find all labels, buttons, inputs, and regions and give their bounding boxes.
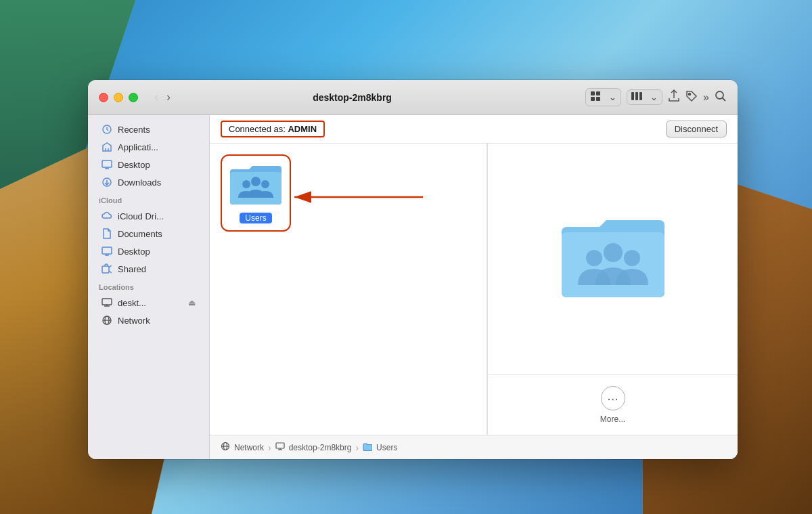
svg-rect-18	[102, 247, 112, 254]
connected-bar: Connected as: ADMIN Disconnect	[210, 115, 738, 144]
separator-1: ›	[268, 442, 271, 453]
minimize-button[interactable]	[114, 93, 123, 102]
sidebar-item-shared[interactable]: Shared	[91, 260, 206, 278]
column-view-button[interactable]	[627, 90, 646, 104]
sidebar-item-desktop[interactable]: Desktop	[91, 156, 206, 173]
svg-rect-21	[102, 266, 109, 273]
desktop-drive-label: deskt...	[118, 298, 146, 308]
svg-point-8	[716, 91, 723, 99]
svg-rect-13	[102, 160, 112, 167]
documents-icon	[102, 228, 112, 239]
folder-status-label: Users	[376, 443, 397, 452]
list-view-button[interactable]: ⌄	[605, 90, 621, 104]
applications-label: Applicati...	[118, 142, 158, 152]
left-file-pane: Users	[210, 144, 487, 435]
svg-point-31	[251, 177, 261, 186]
users-folder-item[interactable]: Users	[223, 157, 288, 229]
sidebar-item-icloud-desktop[interactable]: Desktop	[91, 242, 206, 260]
main-content: Recents Applicati...	[88, 115, 738, 459]
shared-icon	[102, 263, 112, 274]
view-toggle: ⌄	[585, 88, 621, 106]
arrow-annotation	[291, 188, 426, 207]
large-users-folder-icon	[559, 212, 667, 307]
column-dropdown-button[interactable]: ⌄	[646, 90, 662, 104]
svg-point-37	[624, 250, 640, 266]
connected-label: Connected as:	[229, 124, 288, 134]
close-button[interactable]	[99, 93, 108, 102]
recents-icon	[102, 124, 112, 135]
svg-rect-2	[591, 97, 595, 101]
network-icon	[102, 315, 112, 326]
computer-status-label: desktop-2m8kbrg	[289, 443, 352, 452]
desktop-icon	[102, 159, 112, 170]
icloud-drive-icon	[102, 211, 112, 221]
icloud-desktop-label: Desktop	[118, 247, 150, 257]
grid-view-button[interactable]	[586, 89, 605, 106]
more-circle-button[interactable]: ···	[601, 386, 625, 410]
svg-rect-4	[631, 92, 634, 100]
icloud-drive-label: iCloud Dri...	[118, 211, 164, 221]
svg-line-9	[723, 98, 726, 101]
file-area: Connected as: ADMIN Disconnect	[210, 115, 738, 459]
svg-point-36	[604, 243, 623, 262]
svg-point-32	[261, 180, 269, 188]
desktop-drive-icon	[102, 297, 112, 308]
svg-rect-3	[596, 97, 600, 101]
sidebar-item-applications[interactable]: Applicati...	[91, 138, 206, 156]
downloads-label: Downloads	[118, 177, 161, 188]
more-toolbar-button[interactable]: »	[703, 91, 709, 104]
more-label: More...	[600, 414, 625, 424]
svg-rect-5	[635, 92, 638, 100]
finder-window: ‹ › desktop-2m8kbrg ⌄	[88, 80, 738, 459]
svg-rect-6	[639, 92, 642, 100]
applications-icon	[102, 142, 112, 152]
disconnect-button[interactable]: Disconnect	[666, 121, 727, 137]
documents-label: Documents	[118, 229, 162, 239]
recents-label: Recents	[118, 125, 150, 135]
desktop-label: Desktop	[118, 160, 150, 170]
locations-section-label: Locations	[88, 278, 209, 294]
sidebar-item-network[interactable]: Network	[91, 312, 206, 329]
sidebar-item-documents[interactable]: Documents	[91, 225, 206, 242]
svg-rect-24	[102, 299, 112, 305]
computer-status-icon	[275, 442, 285, 453]
large-folder-area	[488, 144, 738, 375]
svg-rect-0	[591, 91, 595, 95]
network-status-icon	[221, 442, 230, 453]
separator-2: ›	[355, 442, 359, 453]
svg-point-7	[689, 93, 691, 95]
users-folder-icon	[229, 163, 283, 209]
folder-status-icon	[363, 442, 372, 453]
svg-rect-41	[276, 443, 284, 448]
network-status-label: Network	[234, 443, 264, 452]
window-title: desktop-2m8kbrg	[127, 92, 577, 103]
connected-badge: Connected as: ADMIN	[221, 121, 325, 137]
svg-point-35	[586, 250, 602, 266]
svg-point-30	[242, 180, 250, 188]
svg-rect-1	[596, 91, 600, 95]
icloud-desktop-icon	[102, 246, 112, 257]
eject-button[interactable]: ⏏	[188, 298, 196, 307]
toolbar-right: ⌄ ⌄	[585, 88, 727, 106]
file-grid: Users	[210, 144, 738, 435]
tag-button[interactable]	[685, 90, 698, 105]
connected-user: ADMIN	[288, 124, 317, 134]
network-label: Network	[118, 316, 150, 326]
search-button[interactable]	[715, 90, 727, 105]
sidebar-item-icloud-drive[interactable]: iCloud Dri...	[91, 207, 206, 225]
title-bar: ‹ › desktop-2m8kbrg ⌄	[88, 80, 738, 115]
sidebar: Recents Applicati...	[88, 115, 210, 459]
sidebar-item-recents[interactable]: Recents	[91, 121, 206, 138]
status-bar: Network › desktop-2m8kbrg › Users	[210, 435, 738, 459]
users-folder-label: Users	[240, 213, 271, 223]
shared-label: Shared	[118, 264, 146, 274]
sidebar-item-desktop-drive[interactable]: deskt... ⏏	[91, 294, 206, 312]
sidebar-item-downloads[interactable]: Downloads	[91, 173, 206, 191]
right-file-pane: ··· More...	[488, 144, 738, 435]
share-button[interactable]	[668, 89, 680, 106]
icloud-section-label: iCloud	[88, 191, 209, 207]
large-users-folder-item[interactable]	[554, 207, 673, 312]
more-area: ··· More...	[488, 375, 738, 435]
downloads-icon	[102, 177, 112, 188]
column-view-toggle: ⌄	[627, 89, 662, 105]
